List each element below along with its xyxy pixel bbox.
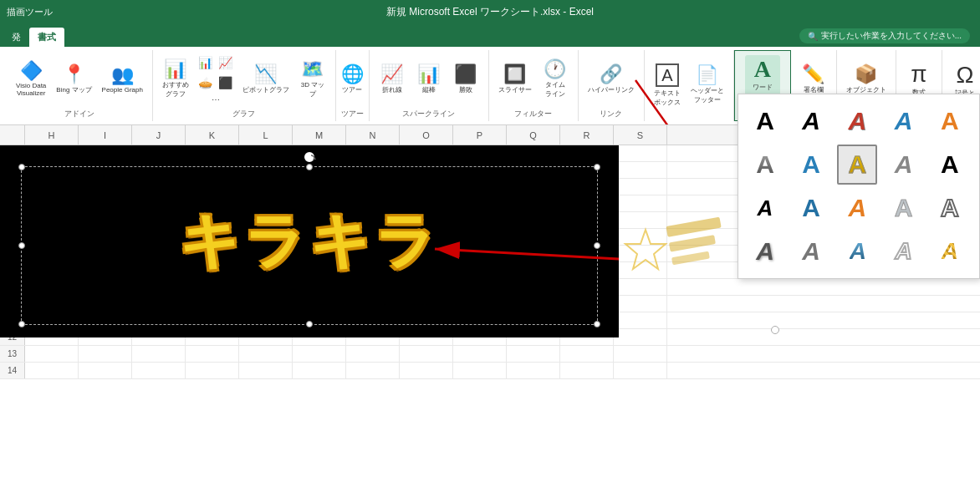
pie-chart-button[interactable]: 🥧	[197, 74, 215, 92]
wordart-style-1[interactable]: A	[745, 101, 785, 141]
wordart-style-11[interactable]: A	[745, 188, 785, 228]
timeline-label: タイムライン	[545, 80, 565, 99]
sign-icon: ✏️	[802, 65, 824, 84]
wordart-style-12[interactable]: A	[791, 188, 831, 228]
handle-mid-left[interactable]	[18, 242, 25, 249]
visio-data-visualizer-button[interactable]: 🔷 Visio DataVisualizer	[12, 56, 50, 103]
slicer-button[interactable]: 🔲 スライサー	[494, 56, 536, 103]
handle-top-left[interactable]	[18, 164, 25, 170]
table-row: 14	[0, 363, 980, 379]
wordart-style-9[interactable]: A	[884, 145, 924, 185]
text-items: A テキストボックス 📄 ヘッダーとフッター	[650, 52, 728, 118]
tour-items: 🌐 ツアー	[334, 52, 370, 107]
tab-shoshiki[interactable]: 書式	[29, 28, 64, 47]
wordart-style-15[interactable]: A	[930, 188, 970, 228]
header-footer-label: ヘッダーとフッター	[691, 86, 724, 104]
tour-icon: 🌐	[341, 65, 364, 84]
row-num-spacer	[0, 125, 25, 145]
textbox-label: テキストボックス	[654, 89, 681, 107]
col-header-n: N	[346, 125, 400, 145]
bar-sparkline-label: 縦棒	[422, 85, 436, 94]
wordart-style-12-letter: A	[802, 194, 820, 222]
ribbon-tabs: 発 書式 🔍 実行したい作業を入力してください...	[0, 23, 980, 47]
bing-icon: 📍	[63, 65, 85, 84]
wordart-style-7-letter: A	[802, 150, 820, 179]
wordart-style-10-letter: A	[941, 150, 959, 179]
right-handle-bot[interactable]	[771, 326, 779, 334]
timeline-button[interactable]: 🕐 タイムライン	[538, 56, 573, 103]
wordart-style-2[interactable]: A	[791, 101, 831, 141]
winloss-sparkline-button[interactable]: ⬛ 勝敗	[448, 56, 483, 103]
handle-bot-right[interactable]	[594, 321, 600, 327]
wordart-style-18[interactable]: A	[837, 231, 877, 271]
bar-chart-button[interactable]: 📊	[197, 53, 215, 72]
handle-top-center[interactable]	[306, 164, 313, 170]
handle-bot-left[interactable]	[18, 321, 25, 327]
wordart-style-17[interactable]: A	[791, 231, 831, 271]
people-graph-button[interactable]: 👥 People Graph	[98, 56, 147, 103]
map3d-button[interactable]: 🗺️ 3D マップ	[295, 56, 330, 103]
tour-button[interactable]: 🌐 ツアー	[334, 56, 370, 103]
wordart-style-3[interactable]: A	[837, 101, 877, 141]
wordart-style-17-letter: A	[802, 237, 820, 266]
textbox-button[interactable]: A テキストボックス	[650, 61, 685, 109]
addin-items: 🔷 Visio DataVisualizer 📍 Bing マップ 👥 Peop…	[12, 52, 147, 107]
wordart-style-13[interactable]: A	[837, 188, 877, 228]
wordart-style-7[interactable]: A	[791, 145, 831, 185]
wordart-style-6[interactable]: A	[745, 145, 785, 185]
ribbon-group-filter: 🔲 スライサー 🕐 タイムライン フィルター	[489, 50, 579, 121]
map3d-label: 3D マップ	[301, 80, 324, 99]
svg-marker-3	[625, 230, 666, 269]
line-sparkline-button[interactable]: 📈 折れ線	[375, 56, 410, 103]
scatter-chart-button[interactable]: ⬛	[217, 74, 235, 92]
ribbon-search-bar[interactable]: 🔍 実行したい作業を入力してください...	[799, 28, 970, 43]
handle-mid-right[interactable]	[594, 242, 600, 249]
wordart-dropdown-panel: A A A A A A A A A	[738, 94, 980, 279]
filter-group-label: フィルター	[514, 107, 552, 119]
col-header-m: M	[293, 125, 346, 145]
hyperlink-label: ハイパーリンク	[588, 85, 635, 94]
wordart-style-9-letter: A	[895, 150, 913, 179]
bar-sparkline-icon: 📊	[417, 65, 440, 84]
tour-group-label: ツアー	[341, 107, 364, 119]
wordart-object-container[interactable]: キラキラ	[0, 145, 619, 337]
visio-icon: 🔷	[20, 62, 43, 80]
wordart-style-8[interactable]: A	[837, 145, 877, 185]
col-header-p: P	[453, 125, 507, 145]
symbols-icon: Ω	[956, 63, 973, 87]
textbox-icon: A	[656, 63, 679, 87]
rotate-handle[interactable]	[304, 152, 314, 162]
col-header-q: Q	[507, 125, 560, 145]
more-charts-button[interactable]: ⋯	[210, 94, 222, 105]
wordart-style-19-letter: A	[895, 238, 911, 265]
svg-marker-2	[313, 157, 316, 160]
bar-sparkline-button[interactable]: 📊 縦棒	[411, 56, 447, 103]
handle-top-right[interactable]	[594, 164, 600, 170]
wordart-style-15-letter: A	[941, 194, 959, 222]
wordart-style-10[interactable]: A	[930, 145, 970, 185]
bing-label: Bing マップ	[56, 85, 91, 94]
filter-items: 🔲 スライサー 🕐 タイムライン	[494, 52, 573, 107]
pivot-chart-button[interactable]: 📉 ピボットグラフ	[238, 56, 293, 103]
bing-map-button[interactable]: 📍 Bing マップ	[52, 56, 95, 103]
wordart-style-4[interactable]: A	[884, 101, 924, 141]
wordart-style-grid: A A A A A A A A A	[745, 101, 972, 271]
wordart-style-5[interactable]: A	[930, 101, 970, 141]
line-chart-button[interactable]: 📈	[217, 53, 235, 72]
wordart-style-20[interactable]: A	[930, 231, 970, 271]
search-icon: 🔍	[808, 32, 818, 41]
hyperlink-button[interactable]: 🔗 ハイパーリンク	[584, 56, 639, 103]
header-footer-button[interactable]: 📄 ヘッダーとフッター	[687, 62, 728, 109]
wordart-style-16[interactable]: A	[745, 231, 785, 271]
wordart-style-19[interactable]: A	[884, 231, 924, 271]
people-graph-icon: 👥	[111, 66, 134, 84]
tab-hatsu[interactable]: 発	[3, 28, 29, 47]
window-title: 新規 Microsoft Excel ワークシート.xlsx - Excel	[386, 5, 594, 19]
handle-bot-center[interactable]	[306, 321, 313, 327]
wordart-style-14[interactable]: A	[884, 188, 924, 228]
star-icon	[619, 226, 673, 280]
bar-chart-icon: 📊	[198, 56, 212, 69]
wordart-style-4-letter: A	[895, 107, 913, 135]
ribbon-group-addin: 🔷 Visio DataVisualizer 📍 Bing マップ 👥 Peop…	[7, 50, 153, 121]
recommended-chart-button[interactable]: 📊 おすすめグラフ	[158, 56, 193, 103]
